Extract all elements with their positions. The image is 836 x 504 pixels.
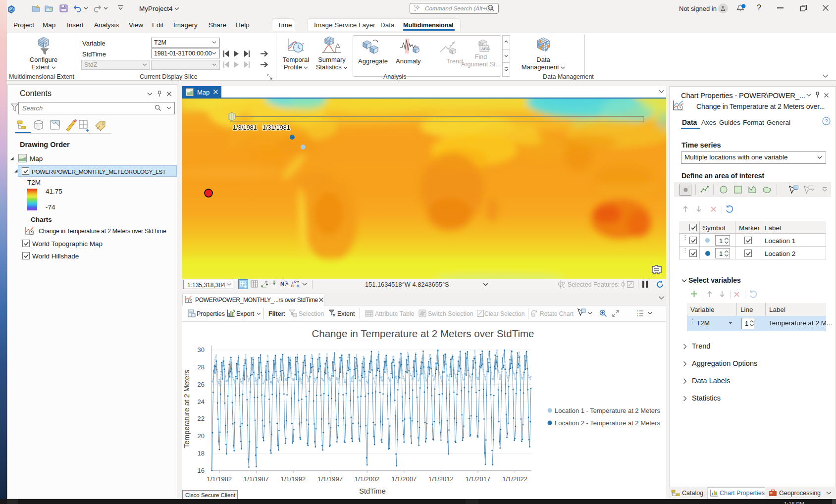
svg-text:26: 26 (198, 381, 205, 388)
svg-text:1/31/1981: 1/31/1981 (262, 124, 290, 131)
svg-text:16: 16 (198, 467, 205, 474)
svg-text:ARG: ARG (481, 47, 490, 51)
svg-text:1/1/2017: 1/1/2017 (466, 475, 491, 483)
svg-text:Location 1 - Temperature at 2: Location 1 - Temperature at 2 Meters (555, 407, 660, 414)
svg-text:N: N (280, 281, 284, 287)
svg-text:30: 30 (198, 346, 205, 353)
svg-text:1/1/2007: 1/1/2007 (391, 475, 417, 483)
svg-text:22: 22 (198, 415, 205, 422)
svg-text:1/1/2002: 1/1/2002 (355, 475, 380, 483)
svg-text:1/1/2022: 1/1/2022 (502, 475, 527, 483)
svg-text:1/1/1982: 1/1/1982 (207, 475, 232, 483)
svg-text:StdTime: StdTime (359, 487, 385, 495)
svg-text:20: 20 (198, 432, 205, 440)
svg-text:18: 18 (198, 450, 205, 457)
svg-text:28: 28 (198, 363, 205, 371)
svg-text:1/1/2012: 1/1/2012 (428, 475, 454, 483)
svg-text:Change in Temperature at 2 Met: Change in Temperature at 2 Meters over S… (312, 328, 534, 339)
svg-text:1/1/1987: 1/1/1987 (244, 475, 269, 483)
svg-text:Location 2 - Temperature at 2: Location 2 - Temperature at 2 Meters (555, 419, 660, 427)
svg-text:?: ? (825, 118, 828, 124)
svg-text:24: 24 (198, 398, 205, 405)
svg-text:1/1/1992: 1/1/1992 (281, 475, 306, 483)
svg-text:Temperature at 2 Meters: Temperature at 2 Meters (183, 370, 191, 448)
svg-text:1/1/1997: 1/1/1997 (317, 475, 343, 483)
svg-text:1/3/1981: 1/3/1981 (233, 124, 257, 131)
